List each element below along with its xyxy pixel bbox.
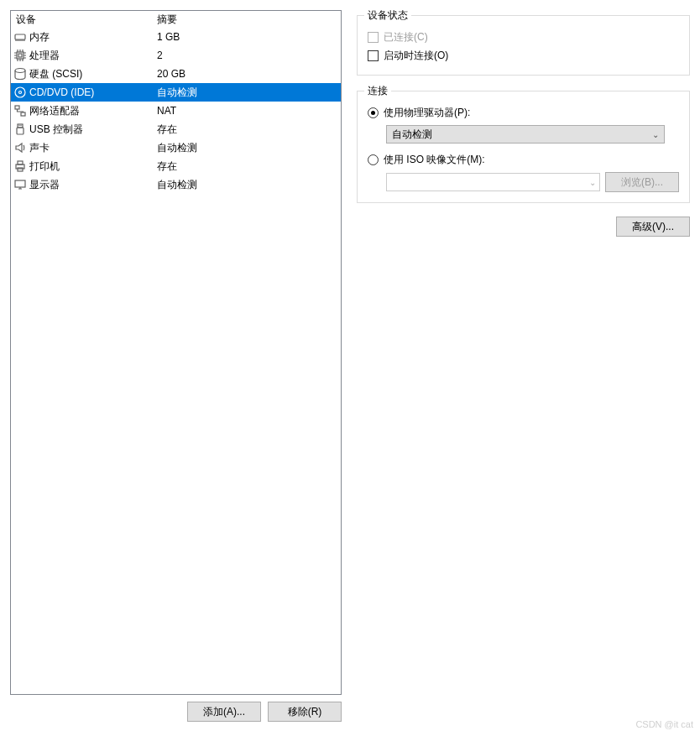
display-icon — [11, 178, 28, 191]
use-iso-label: 使用 ISO 映像文件(M): — [384, 153, 485, 167]
use-physical-drive-radio[interactable]: 使用物理驱动器(P): — [368, 103, 679, 122]
printer-icon — [11, 159, 28, 173]
device-row[interactable]: USB 控制器存在 — [11, 120, 341, 138]
sound-icon — [11, 141, 28, 154]
device-name: 打印机 — [28, 159, 155, 174]
device-row[interactable]: 内存1 GB — [11, 28, 341, 46]
remove-button[interactable]: 移除(R) — [268, 702, 342, 722]
device-name: USB 控制器 — [28, 123, 155, 137]
connected-label: 已连接(C) — [384, 30, 428, 44]
device-name: 网络适配器 — [28, 104, 155, 118]
device-name: 声卡 — [28, 141, 155, 155]
cd-icon — [11, 86, 28, 99]
device-summary: NAT — [155, 105, 341, 117]
device-status-legend: 设备状态 — [364, 8, 411, 23]
device-row[interactable]: 显示器自动检测 — [11, 175, 341, 194]
watermark: CSDN @it cat — [635, 719, 693, 729]
device-name: 硬盘 (SCSI) — [28, 67, 155, 81]
device-row[interactable]: 声卡自动检测 — [11, 138, 341, 157]
physical-drive-value: 自动检测 — [392, 128, 432, 142]
device-summary: 自动检测 — [155, 178, 341, 192]
chevron-down-icon: ⌄ — [589, 178, 596, 187]
connected-checkbox: 已连接(C) — [368, 28, 679, 46]
iso-path-select: ⌄ — [386, 173, 600, 191]
connect-at-start-checkbox[interactable]: 启动时连接(O) — [368, 46, 679, 65]
device-summary: 自动检测 — [155, 86, 341, 100]
device-name: 显示器 — [28, 178, 155, 192]
device-row[interactable]: 硬盘 (SCSI)20 GB — [11, 65, 341, 83]
checkbox-icon — [368, 32, 379, 43]
device-summary: 自动检测 — [155, 141, 341, 155]
device-summary: 20 GB — [155, 68, 341, 80]
device-list-header: 设备 摘要 — [11, 11, 341, 28]
disk-icon — [11, 67, 28, 81]
header-summary: 摘要 — [155, 13, 341, 27]
checkbox-icon — [368, 50, 379, 61]
device-list[interactable]: 设备 摘要 内存1 GB处理器2硬盘 (SCSI)20 GBCD/DVD (ID… — [10, 10, 342, 695]
chevron-down-icon: ⌄ — [652, 130, 659, 139]
use-iso-radio[interactable]: 使用 ISO 映像文件(M): — [368, 150, 679, 169]
device-row[interactable]: 处理器2 — [11, 46, 341, 65]
add-button[interactable]: 添加(A)... — [187, 702, 261, 722]
connection-legend: 连接 — [364, 84, 391, 98]
device-name: CD/DVD (IDE) — [28, 86, 155, 98]
browse-button: 浏览(B)... — [605, 172, 679, 192]
advanced-button[interactable]: 高级(V)... — [616, 217, 690, 237]
device-name: 处理器 — [28, 49, 155, 63]
connect-at-start-label: 启动时连接(O) — [384, 49, 448, 63]
cpu-icon — [11, 49, 28, 62]
device-row[interactable]: 网络适配器NAT — [11, 102, 341, 120]
device-summary: 1 GB — [155, 31, 341, 43]
device-row[interactable]: 打印机存在 — [11, 157, 341, 175]
network-icon — [11, 104, 28, 117]
device-row[interactable]: CD/DVD (IDE)自动检测 — [11, 83, 341, 102]
radio-icon — [368, 107, 379, 118]
device-summary: 存在 — [155, 159, 341, 174]
device-name: 内存 — [28, 30, 155, 44]
usb-icon — [11, 123, 28, 136]
device-status-group: 设备状态 已连接(C) 启动时连接(O) — [357, 15, 690, 76]
use-physical-drive-label: 使用物理驱动器(P): — [384, 106, 470, 120]
radio-icon — [368, 154, 379, 165]
physical-drive-select[interactable]: 自动检测 ⌄ — [386, 125, 665, 144]
header-device: 设备 — [11, 13, 155, 27]
memory-icon — [11, 30, 28, 44]
device-summary: 存在 — [155, 123, 341, 137]
device-summary: 2 — [155, 50, 341, 61]
connection-group: 连接 使用物理驱动器(P): 自动检测 ⌄ 使用 ISO 映像文件(M): ⌄ … — [357, 91, 690, 203]
